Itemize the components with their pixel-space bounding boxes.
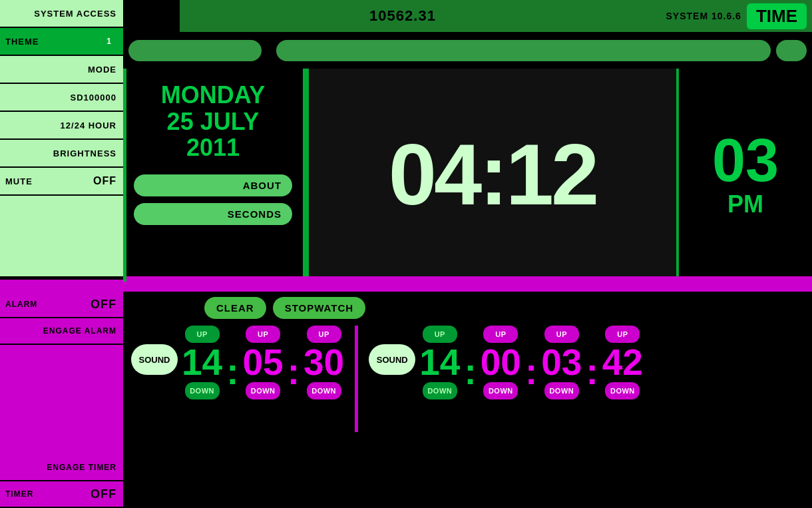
purple-stripe (0, 280, 812, 292)
seconds-button[interactable]: SECONDS (134, 203, 292, 225)
vertical-divider (355, 326, 358, 432)
sw-s-down[interactable]: DOWN (605, 382, 640, 399)
sw-m-down[interactable]: DOWN (544, 382, 579, 399)
alarm-label: ALARM (5, 300, 37, 309)
mute-value: OFF (93, 175, 116, 187)
clock-center: 04:12 (306, 69, 679, 280)
left-sidebar: SYSTEM ACCESS THEME 1 MODE SD100000 12/2… (0, 0, 123, 280)
sidebar-item-mode[interactable]: MODE (0, 56, 123, 84)
sw-colon3: : (586, 350, 598, 393)
alarm-colon: : (226, 350, 238, 393)
deco-seg2 (276, 40, 771, 61)
sidebar-item-system-access[interactable]: SYSTEM ACCESS (0, 0, 123, 28)
bottom-alarm-item[interactable]: ALARM OFF (0, 292, 123, 318)
main-clock-area: MONDAY 25 JULY 2011 ABOUT SECONDS 04:12 … (123, 69, 812, 280)
controls-row: CLEAR STOPWATCH (131, 297, 804, 319)
sidebar-label-theme: THEME (5, 37, 39, 47)
hour-display: 03 (712, 130, 779, 190)
alarm-hour-up[interactable]: UP (185, 326, 220, 343)
alarm-min-down[interactable]: DOWN (246, 382, 280, 399)
engage-alarm-label: ENGAGE ALARM (43, 326, 116, 336)
alarm-min-stepper: UP 05 DOWN (243, 326, 284, 399)
sidebar-label-hour: 12/24 HOUR (61, 121, 116, 130)
sidebar-label-sd: SD100000 (71, 93, 116, 103)
about-button[interactable]: ABOUT (134, 174, 292, 196)
stopwatch-hour-stepper: UP 14 DOWN (419, 326, 460, 399)
alarm-value: OFF (91, 298, 116, 312)
big-time-display: 04:12 (389, 131, 597, 218)
theme-badge: 1 (102, 34, 116, 49)
timer-value: OFF (91, 487, 116, 501)
alarm-colon2: : (288, 350, 300, 393)
sw-h-up[interactable]: UP (483, 326, 518, 343)
sidebar-item-sd[interactable]: SD100000 (0, 84, 123, 112)
system-label: SYSTEM 10.6.6 (666, 11, 741, 21)
timer-label: TIMER (5, 489, 33, 499)
top-number: 10562.31 (369, 7, 436, 25)
alarm-min-value: 05 (243, 344, 284, 381)
bottom-sidebar: ALARM OFF ENGAGE ALARM ENGAGE TIMER TIME… (0, 292, 123, 508)
engage-timer-label: ENGAGE TIMER (47, 463, 116, 472)
sw-hour-value: 14 (419, 344, 460, 381)
alarm-hour-stepper: UP 14 DOWN (182, 326, 222, 399)
left-clock-border (123, 69, 126, 282)
sw-m-stepper: UP 03 DOWN (541, 326, 582, 399)
ampm-display: PM (727, 190, 763, 218)
sw-h-stepper: UP 00 DOWN (481, 326, 521, 399)
bottom-timer-item[interactable]: TIMER OFF (0, 481, 123, 508)
stopwatch-button[interactable]: STOPWATCH (273, 297, 365, 319)
bottom-section: ALARM OFF ENGAGE ALARM ENGAGE TIMER TIME… (0, 292, 812, 508)
sw-s-stepper: UP 42 DOWN (602, 326, 643, 399)
alarm-min-up[interactable]: UP (246, 326, 280, 343)
stopwatch-sound-button[interactable]: SOUND (369, 344, 415, 375)
alarm-sec-up[interactable]: UP (307, 326, 341, 343)
sw-s-up[interactable]: UP (605, 326, 640, 343)
day-label: MONDAY (134, 82, 292, 109)
top-right: SYSTEM 10.6.6 TIME (626, 0, 812, 32)
clock-right: 03 PM (679, 69, 812, 280)
date-display: MONDAY 25 JULY 2011 (134, 82, 292, 161)
about-seconds-area: ABOUT SECONDS (134, 174, 292, 225)
sidebar-item-theme[interactable]: THEME 1 (0, 28, 123, 56)
time-badge: TIME (747, 3, 807, 29)
sw-h-value: 00 (481, 344, 521, 381)
alarm-sec-value: 30 (304, 344, 344, 381)
alarm-sec-stepper: UP 30 DOWN (304, 326, 344, 399)
alarm-sound-button[interactable]: SOUND (131, 344, 178, 375)
sidebar-label-system-access: SYSTEM ACCESS (34, 9, 116, 19)
sw-h-down[interactable]: DOWN (483, 382, 518, 399)
year-label: 2011 (134, 134, 292, 161)
top-deco (123, 32, 812, 69)
sidebar-item-brightness[interactable]: BRIGHTNESS (0, 140, 123, 168)
sw-m-value: 03 (541, 344, 582, 381)
alarm-hour-down[interactable]: DOWN (185, 382, 220, 399)
controls-spacer (131, 302, 198, 314)
sw-colon2: : (525, 350, 537, 393)
sidebar-label-mute: MUTE (5, 176, 33, 186)
stopwatch-block: SOUND UP 14 DOWN : UP 00 DOWN : (369, 326, 643, 399)
deco-capsule (776, 40, 807, 61)
deco-gap (267, 40, 271, 61)
sidebar-item-mute[interactable]: MUTE OFF (0, 168, 123, 196)
alarm-hour-value: 14 (182, 344, 222, 381)
alarm-sec-down[interactable]: DOWN (307, 382, 341, 399)
sw-m-up[interactable]: UP (544, 326, 579, 343)
alarm-stopwatch-row: SOUND UP 14 DOWN : UP 05 DOWN : (131, 326, 804, 432)
sidebar-item-hour[interactable]: 12/24 HOUR (0, 112, 123, 140)
clock-left-panel: MONDAY 25 JULY 2011 ABOUT SECONDS (123, 69, 306, 280)
bottom-sidebar-middle (0, 345, 123, 455)
sw-hour-down[interactable]: DOWN (423, 382, 457, 399)
sw-s-value: 42 (602, 344, 643, 381)
bottom-engage-alarm-item[interactable]: ENGAGE ALARM (0, 318, 123, 345)
bottom-engage-timer-item[interactable]: ENGAGE TIMER (0, 455, 123, 481)
clear-button[interactable]: CLEAR (204, 297, 266, 319)
top-center: 10562.31 (180, 0, 626, 32)
date-label: 25 JULY (134, 109, 292, 135)
sw-colon: : (464, 350, 476, 393)
sw-hour-up[interactable]: UP (423, 326, 457, 343)
sidebar-label-brightness: BRIGHTNESS (53, 148, 116, 158)
deco-seg1 (128, 40, 262, 61)
alarm-block: SOUND UP 14 DOWN : UP 05 DOWN : (131, 326, 344, 399)
sidebar-label-mode: MODE (88, 65, 116, 75)
bottom-main: CLEAR STOPWATCH SOUND UP 14 DOWN : (123, 292, 812, 508)
